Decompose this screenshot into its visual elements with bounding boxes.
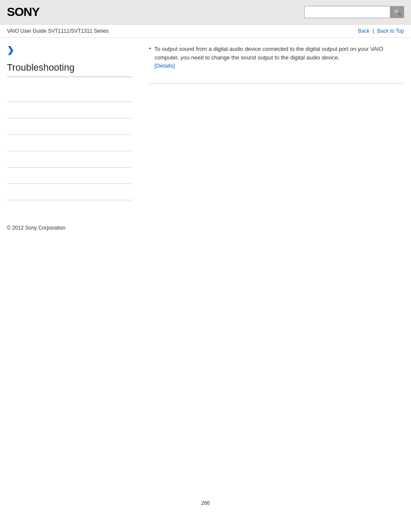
guide-title: VAIO User Guide SVT1111/SVT1311 Series xyxy=(7,28,109,34)
bullet-text: To output sound from a digital audio dev… xyxy=(155,45,404,70)
list-item xyxy=(7,151,132,168)
search-area: 🔍 xyxy=(304,6,404,18)
sidebar-links xyxy=(7,86,132,200)
search-button[interactable]: 🔍 xyxy=(390,6,404,18)
list-item xyxy=(7,118,132,135)
back-to-top-link[interactable]: Back to Top xyxy=(377,28,404,34)
page-number: 266 xyxy=(0,492,411,515)
list-item xyxy=(7,86,132,102)
details-link[interactable]: [Details] xyxy=(155,62,175,69)
search-icon: 🔍 xyxy=(394,9,401,16)
content-wrapper: ❯ Troubleshooting xyxy=(0,38,411,207)
chevron-right-icon: ❯ xyxy=(7,45,132,55)
page-footer: © 2012 Sony Corporation xyxy=(0,216,411,240)
main-content: • To output sound from a digital audio d… xyxy=(140,45,404,200)
sony-logo: SONY xyxy=(7,5,39,19)
list-item xyxy=(7,102,132,118)
nav-bar: VAIO User Guide SVT1111/SVT1311 Series B… xyxy=(0,25,411,38)
list-item xyxy=(7,135,132,151)
list-item xyxy=(7,184,132,200)
search-input[interactable] xyxy=(304,6,390,18)
nav-separator: | xyxy=(373,28,374,34)
nav-links: Back | Back to Top xyxy=(358,28,404,34)
content-section: • To output sound from a digital audio d… xyxy=(149,45,404,84)
bullet-icon: • xyxy=(149,45,151,70)
bullet-item: • To output sound from a digital audio d… xyxy=(149,45,404,70)
copyright-text: © 2012 Sony Corporation xyxy=(7,225,65,231)
section-title: Troubleshooting xyxy=(7,62,132,77)
sidebar: ❯ Troubleshooting xyxy=(7,45,140,200)
page-header: SONY 🔍 xyxy=(0,0,411,25)
list-item xyxy=(7,168,132,184)
back-link[interactable]: Back xyxy=(358,28,370,34)
